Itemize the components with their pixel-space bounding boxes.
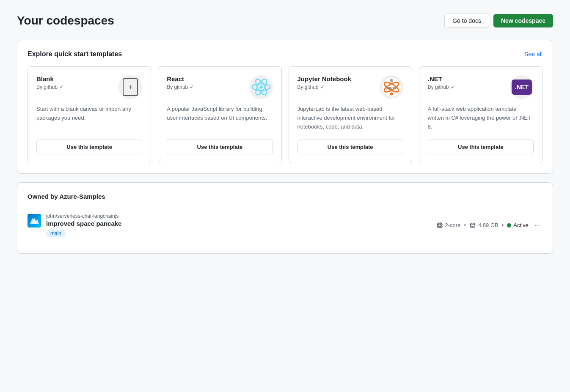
- react-icon: [252, 78, 270, 96]
- owned-section: Owned by Azure-Samples john/serverless-c…: [17, 182, 553, 254]
- template-card-top: Blank By github ✓ +: [36, 75, 142, 99]
- codespace-repo: john/serverless-chat-langchainjs: [46, 213, 121, 219]
- template-author: By github ✓: [167, 84, 194, 90]
- jupyter-icon: jupyter: [381, 77, 402, 98]
- azure-icon: [28, 214, 41, 228]
- codespace-info: john/serverless-chat-langchainjs improve…: [46, 213, 121, 237]
- template-logo-jupyter: jupyter: [380, 75, 403, 99]
- cores-value: 2-core: [445, 222, 461, 228]
- template-info: Jupyter Notebook By github ✓: [297, 75, 352, 90]
- templates-section: Explore quick start templates See all Bl…: [17, 40, 553, 174]
- template-name: Blank: [36, 75, 63, 82]
- codespace-name: improved space pancake: [46, 220, 121, 227]
- dot-separator: •: [502, 222, 504, 228]
- template-info: Blank By github ✓: [36, 75, 63, 90]
- svg-point-21: [470, 223, 475, 225]
- template-card-top: React By github ✓: [167, 75, 273, 99]
- template-description: A full-stack web application template wr…: [428, 105, 534, 131]
- svg-point-3: [259, 85, 262, 88]
- cores-info: 2-core: [436, 222, 461, 229]
- use-template-button-react[interactable]: Use this template: [167, 140, 273, 154]
- svg-point-7: [390, 79, 393, 82]
- template-logo-react: [249, 75, 273, 99]
- templates-section-header: Explore quick start templates See all: [28, 50, 542, 58]
- verified-icon: ✓: [451, 84, 455, 90]
- template-card-jupyter: Jupyter Notebook By github ✓ jupyter: [289, 66, 412, 163]
- use-template-button-dotnet[interactable]: Use this template: [428, 140, 534, 154]
- template-author: By github ✓: [297, 84, 352, 90]
- storage-info: 4.69 GB: [469, 222, 498, 229]
- branch-badge: main: [46, 230, 66, 237]
- template-card-blank: Blank By github ✓ + Start with a blank c…: [28, 66, 151, 163]
- template-info: .NET By github ✓: [428, 75, 455, 90]
- template-card-top: .NET By github ✓ .NET: [428, 75, 534, 99]
- see-all-link[interactable]: See all: [524, 51, 542, 58]
- template-logo-dotnet: .NET: [510, 75, 534, 99]
- go-to-docs-button[interactable]: Go to docs: [444, 14, 489, 28]
- page-title: Your codespaces: [17, 14, 114, 27]
- new-codespace-button[interactable]: New codespace: [493, 14, 553, 27]
- more-options-button[interactable]: ···: [532, 220, 542, 231]
- verified-icon: ✓: [320, 84, 325, 90]
- dot-separator: •: [464, 222, 466, 228]
- template-name: .NET: [428, 75, 455, 82]
- codespace-right: 2-core • 4.69 GB • Active ···: [436, 220, 542, 231]
- template-info: React By github ✓: [167, 75, 194, 90]
- template-card-react: React By github ✓ A popular J: [158, 66, 281, 163]
- header-actions: Go to docs New codespace: [444, 14, 553, 28]
- use-template-button-blank[interactable]: Use this template: [36, 140, 142, 154]
- active-dot-icon: [507, 223, 511, 228]
- status-badge: Active: [513, 222, 528, 228]
- templates-grid: Blank By github ✓ + Start with a blank c…: [28, 66, 542, 163]
- storage-value: 4.69 GB: [478, 222, 498, 228]
- template-card-dotnet: .NET By github ✓ .NET A full-stack web a…: [419, 66, 542, 163]
- blank-file-icon: +: [123, 78, 138, 96]
- page-header: Your codespaces Go to docs New codespace: [17, 14, 553, 28]
- template-card-top: Jupyter Notebook By github ✓ jupyter: [297, 75, 403, 99]
- svg-rect-12: [438, 224, 441, 226]
- owned-title: Owned by Azure-Samples: [28, 193, 542, 200]
- verified-icon: ✓: [59, 84, 63, 90]
- templates-title: Explore quick start templates: [28, 50, 122, 58]
- template-description: JupyterLab is the latest web-based inter…: [297, 105, 403, 131]
- svg-point-8: [390, 93, 393, 96]
- template-description: Start with a blank canvas or import any …: [36, 105, 142, 131]
- cpu-icon: [436, 222, 443, 229]
- use-template-button-jupyter[interactable]: Use this template: [297, 140, 403, 154]
- database-icon: [469, 222, 476, 229]
- template-name: Jupyter Notebook: [297, 75, 352, 82]
- template-description: A popular JavaScript library for buildin…: [167, 105, 273, 131]
- template-logo-blank: +: [118, 75, 142, 99]
- verified-icon: ✓: [190, 84, 194, 90]
- template-author: By github ✓: [36, 84, 63, 90]
- template-author: By github ✓: [428, 84, 455, 90]
- template-name: React: [167, 75, 194, 82]
- svg-rect-11: [438, 223, 442, 228]
- codespace-row: john/serverless-chat-langchainjs improve…: [28, 207, 542, 243]
- svg-text:jupyter: jupyter: [386, 86, 397, 90]
- status-info: Active: [507, 222, 528, 228]
- dotnet-icon: .NET: [512, 79, 532, 95]
- codespace-left: john/serverless-chat-langchainjs improve…: [28, 213, 121, 237]
